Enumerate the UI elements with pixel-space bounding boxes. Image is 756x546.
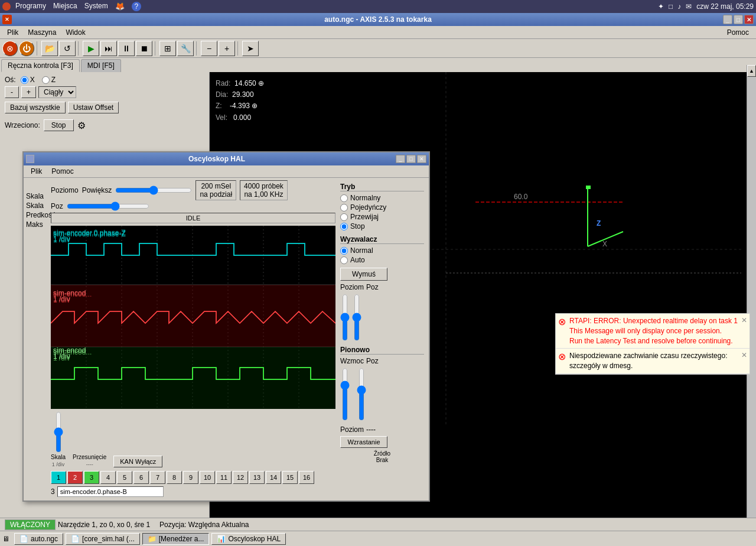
taskbar-btn-auto[interactable]: 📄 auto.ngc (14, 533, 63, 545)
oscope-window: Oscyloskop HAL _ □ ✕ Plik Pomoc Skala Sk… (22, 151, 430, 502)
ch-btn-5[interactable]: 5 (117, 471, 132, 484)
tryb-stop-radio[interactable] (340, 223, 348, 230)
kan-wyl-button[interactable]: KAN Wyłącz (113, 456, 162, 467)
error-row-1: ⊗ RTAPI: ERROR: Unexpected realtime dela… (556, 314, 750, 349)
bazuj-button[interactable]: Bazuj wszystkie (5, 102, 66, 113)
oscope-close-button[interactable]: ✕ (417, 155, 426, 163)
menu-widok[interactable]: Widok (61, 27, 90, 38)
ch-btn-6[interactable]: 6 (133, 471, 149, 484)
zrodlo-display: Źródło Brak (340, 450, 424, 463)
step-forward-button[interactable]: ⏭ (100, 41, 117, 56)
scroll-up-button[interactable]: ▲ (747, 65, 756, 77)
oscope-window-controls: _ □ ✕ (396, 155, 426, 163)
menu-system[interactable]: System (84, 2, 108, 11)
ch-btn-4[interactable]: 4 (100, 471, 116, 484)
ch-btn-14[interactable]: 14 (266, 471, 281, 484)
level-vslider[interactable] (340, 294, 350, 341)
ch-btn-13[interactable]: 13 (249, 471, 265, 484)
axis-x-option[interactable]: X (21, 76, 35, 84)
tryb-normalny-row: Normalny (340, 194, 424, 202)
title-bar: ✕ auto.ngc - AXIS 2.5.3 na tokarka _ □ ✕ (0, 13, 756, 26)
firefox-icon[interactable]: 🦊 (115, 2, 125, 11)
tryb-normalny-radio[interactable] (340, 194, 348, 202)
wzrastanie-button[interactable]: Wzrastanie (340, 436, 387, 448)
jog-speed-select[interactable]: Ciągły (38, 86, 76, 98)
error-close-2[interactable]: ✕ (741, 351, 747, 359)
wymusz-button[interactable]: Wymuś (340, 268, 387, 281)
channel-name-input[interactable] (57, 486, 164, 497)
tab-reczna[interactable]: Ręczna kontrola [F3] (1, 59, 80, 72)
tryb-pojedynczy-radio[interactable] (340, 204, 348, 212)
left-info-labels: Skala Skala Predkość Maks (26, 180, 48, 498)
ch-btn-16[interactable]: 16 (299, 471, 314, 484)
powiekszenie-slider[interactable] (115, 187, 192, 194)
pause-button[interactable]: ⏸ (118, 41, 135, 56)
open-button[interactable]: 📂 (41, 41, 58, 56)
taskbar-btn-oscope[interactable]: 📊 Oscyloskop HAL (211, 533, 286, 545)
ch-btn-15[interactable]: 15 (282, 471, 298, 484)
axis-z-option[interactable]: Z (42, 76, 56, 84)
oscope-menu-pomoc[interactable]: Pomoc (47, 167, 78, 176)
estop-button[interactable]: ⊗ (2, 41, 18, 56)
oscope-minimize-button[interactable]: _ (396, 155, 405, 163)
toolbar-separator-3 (155, 41, 157, 56)
main-scrollbar[interactable]: ▲ ▼ (747, 65, 756, 531)
tryb-section: Tryb Normalny Pojedyńczy Przewijaj Stop (340, 183, 424, 230)
pionowo-poz-vslider[interactable] (357, 368, 366, 421)
svg-rect-25 (51, 285, 335, 347)
ustaw-offset-button[interactable]: Ustaw Offset (68, 102, 119, 113)
jog-minus-button[interactable]: - (5, 86, 19, 98)
help-icon[interactable]: ? (132, 2, 141, 11)
ch-btn-3[interactable]: 3 (84, 471, 99, 484)
menu-plik[interactable]: Plik (2, 27, 23, 38)
ch-btn-11[interactable]: 11 (216, 471, 232, 484)
wzmoc-vslider[interactable] (340, 368, 350, 421)
menu-maszyna[interactable]: Maszyna (23, 27, 61, 38)
tryb-przewijaj-radio[interactable] (340, 213, 348, 221)
wyz-normal-row: Normal (340, 246, 424, 255)
error-close-1[interactable]: ✕ (741, 316, 747, 324)
pionowo-labels: Wzmoc Poz (340, 357, 424, 365)
menu-programy[interactable]: Programy (15, 2, 46, 11)
axis-x-radio[interactable] (21, 76, 28, 84)
wyz-auto-radio[interactable] (340, 256, 348, 264)
pos-slider[interactable] (67, 203, 149, 210)
ch-btn-7[interactable]: 7 (150, 471, 165, 484)
stop-button[interactable]: ⏹ (136, 41, 152, 56)
taskbar-btn-menedzer[interactable]: 📁 [Menedżer a... (142, 533, 210, 545)
oscope-maximize-button[interactable]: □ (406, 155, 416, 163)
stop-button[interactable]: Stop (44, 119, 74, 131)
menu-pomoc[interactable]: Pomoc (722, 27, 754, 38)
power-button[interactable]: ⏻ (19, 41, 34, 56)
run-button[interactable]: ▶ (83, 41, 99, 56)
ch-btn-12[interactable]: 12 (233, 471, 248, 484)
close-button[interactable]: ✕ (744, 15, 754, 24)
ch-btn-10[interactable]: 10 (200, 471, 215, 484)
minimize-button[interactable]: _ (723, 15, 732, 24)
skala-vslider[interactable] (54, 411, 63, 453)
maximize-button[interactable]: □ (734, 15, 743, 24)
ch-btn-9[interactable]: 9 (183, 471, 198, 484)
svg-text:60.0: 60.0 (514, 193, 528, 201)
axis-z-radio[interactable] (42, 76, 50, 84)
minus-button[interactable]: − (201, 41, 217, 56)
wyz-auto-label: Auto (350, 256, 365, 264)
spindle-icon: ⚙ (77, 120, 86, 131)
reload-button[interactable]: ↺ (59, 41, 76, 56)
poz-vslider[interactable] (352, 294, 361, 341)
plus-button[interactable]: + (219, 41, 235, 56)
wyz-normal-radio[interactable] (340, 247, 348, 255)
send-button[interactable]: ➤ (242, 41, 259, 56)
ch-btn-2[interactable]: 2 (67, 471, 83, 484)
oscope-menu-plik[interactable]: Plik (26, 167, 47, 176)
ch-btn-8[interactable]: 8 (167, 471, 182, 484)
taskbar-btn-coresim[interactable]: 📄 [core_sim.hal (... (66, 533, 140, 545)
tool-button[interactable]: 🔧 (177, 41, 194, 56)
menu-miejsca[interactable]: Miejsca (53, 2, 77, 11)
ch-btn-1[interactable]: 1 (51, 471, 66, 484)
offset-button[interactable]: ⊞ (159, 41, 176, 56)
time-sel-label: 200 mSel (200, 182, 232, 190)
axis-section: Oś: X Z - + Ciągły (0, 72, 209, 117)
tab-mdi[interactable]: MDI [F5] (81, 59, 121, 72)
jog-plus-button[interactable]: + (21, 86, 36, 98)
